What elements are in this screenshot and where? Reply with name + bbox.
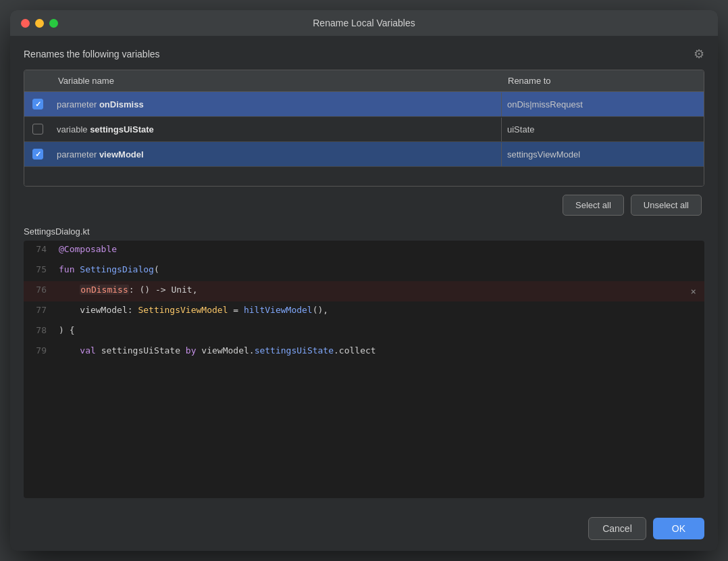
line-content-79: val settingsUiState by viewModel.setting… [53,342,704,362]
checkbox-2[interactable] [32,124,43,135]
var-bold-2: settingsUiState [90,124,154,135]
maximize-button[interactable] [49,19,58,28]
indent-76 [59,285,80,295]
type-settings: SettingsViewModel [138,305,228,315]
col-variable-name: Variable name [51,70,501,91]
line-content-74: @Composable [53,241,704,261]
code-line-74: 74 @Composable [24,241,704,261]
viewmodel-ref: viewModel. [201,345,254,356]
line-content-76: onDismiss: () -> Unit, [53,281,704,301]
eq-77: = [228,305,243,315]
code-line-79: 79 val settingsUiState by viewModel.sett… [24,342,704,362]
ok-button[interactable]: OK [653,518,704,539]
variable-table: Variable name Rename to parameter onDism… [24,70,704,187]
line-content-75: fun SettingsDialog( [53,261,704,281]
line-num-79: 79 [24,342,53,362]
annotation-composable: @Composable [59,244,117,254]
checkbox-cell-1[interactable] [24,92,51,116]
dialog-body: Renames the following variables ⚙ Variab… [10,36,718,509]
rename-cell-3[interactable]: settingsViewModel [501,143,704,166]
select-all-button[interactable]: Select all [563,195,624,216]
line-num-77: 77 [24,301,53,322]
line-content-77: viewModel: SettingsViewModel = hiltViewM… [53,301,704,322]
line-content-78: ) { [53,322,704,342]
title-bar: Rename Local Variables [10,10,718,36]
hilt-fn: hiltViewModel [244,305,313,315]
dialog-footer: Cancel OK [10,509,718,551]
kw-val: val [80,345,101,356]
type-prefix-2: variable [57,124,90,135]
paren-77: (), [313,305,328,315]
empty-row [24,167,704,186]
close-icon[interactable]: × [691,286,696,297]
viewmodel-param: viewModel: [80,305,138,315]
type-prefix-1: parameter [57,99,99,109]
traffic-lights [21,19,58,28]
fn-name: SettingsDialog [80,264,154,274]
window-title: Rename Local Variables [313,18,415,28]
table-row: variable settingsUiState uiState [24,117,704,142]
rename-cell-2[interactable]: uiState [501,118,704,141]
var-bold-1: onDismiss [99,99,144,109]
line-num-78: 78 [24,322,53,342]
checkbox-3[interactable] [32,149,43,160]
section-label: Renames the following variables [24,49,160,59]
kw-fun: fun [59,264,80,274]
header-row: Renames the following variables ⚙ [24,47,704,62]
param-ondismiss: onDismiss [80,285,128,295]
code-line-75: 75 fun SettingsDialog( [24,261,704,281]
table-header: Variable name Rename to [24,70,704,92]
line-num-74: 74 [24,241,53,261]
rename-cell-1[interactable]: onDis|missRequest [501,93,704,116]
gear-icon[interactable]: ⚙ [694,47,704,62]
checkbox-cell-2[interactable] [24,117,51,141]
checkbox-cell-3[interactable] [24,142,51,166]
col-checkbox [24,70,51,91]
brace-open: ) { [59,325,74,335]
select-buttons-row: Select all Unselect all [24,195,704,216]
code-section: SettingsDialog.kt 74 @Composable 75 fun … [24,226,704,498]
code-line-76: 76 onDismiss: () -> Unit, × [24,281,704,301]
var-name-cell-2: variable settingsUiState [51,118,501,141]
colon-76: : () -> Unit, [129,285,198,295]
minimize-button[interactable] [35,19,44,28]
cancel-button[interactable]: Cancel [588,517,646,540]
checkbox-1[interactable] [32,99,43,109]
indent-79 [59,345,80,356]
var-bold-3: viewModel [99,149,144,160]
unselect-all-button[interactable]: Unselect all [631,195,702,216]
by-kw: by [186,345,201,356]
line-num-75: 75 [24,261,53,281]
collect-ref: .collect [334,345,376,356]
settings-ref: settingsUiState [255,345,334,356]
table-row: parameter onDismiss onDis|missRequest [24,92,704,117]
rename-dialog: Rename Local Variables Renames the follo… [10,10,718,551]
col-rename-to: Rename to [501,70,704,91]
code-line-78: 78 ) { [24,322,704,342]
var-name-cell-3: parameter viewModel [51,143,501,166]
code-filename: SettingsDialog.kt [24,226,704,237]
code-line-77: 77 viewModel: SettingsViewModel = hiltVi… [24,301,704,322]
table-row: parameter viewModel settingsViewModel [24,142,704,167]
line-num-76: 76 [24,281,53,301]
type-prefix-3: parameter [57,149,99,160]
settings-state: settingsUiState [101,345,186,356]
close-button[interactable] [21,19,30,28]
paren-open: ( [154,264,159,274]
code-block: 74 @Composable 75 fun SettingsDialog( 76 [24,241,704,498]
indent-77 [59,305,80,315]
var-name-cell-1: parameter onDismiss [51,93,501,116]
